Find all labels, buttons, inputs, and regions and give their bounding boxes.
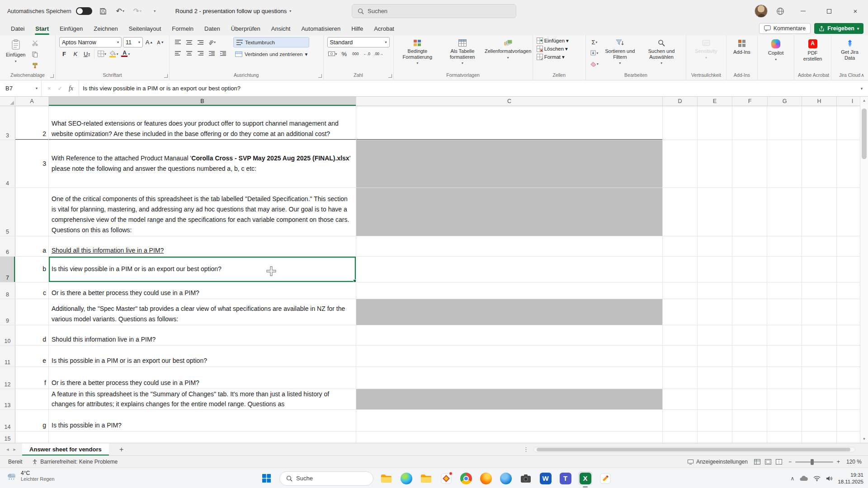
start-button[interactable]	[259, 471, 274, 485]
formula-bar-expand-icon[interactable]: ▾	[855, 80, 868, 96]
cell-C7[interactable]	[356, 257, 663, 282]
column-header-H[interactable]: H	[802, 97, 837, 106]
camera-app-icon[interactable]	[519, 471, 533, 485]
row-header-11[interactable]: 11	[0, 346, 15, 366]
column-header-F[interactable]: F	[732, 97, 768, 106]
cells-D7-I7[interactable]	[663, 257, 868, 282]
menu-tab-ueberpruefen[interactable]: Überprüfen	[226, 23, 265, 35]
cell-A5[interactable]	[15, 188, 49, 236]
fill-handle[interactable]	[353, 279, 356, 282]
menu-tab-daten[interactable]: Daten	[200, 23, 225, 35]
display-settings-button[interactable]: Anzeigeeinstellungen	[688, 459, 748, 465]
bold-button[interactable]: F	[59, 49, 69, 59]
align-left-icon[interactable]	[173, 48, 183, 58]
menu-tab-hilfe[interactable]: Hilfe	[347, 23, 368, 35]
increase-font-icon[interactable]: A▲	[144, 38, 154, 47]
cell-C14[interactable]	[356, 410, 663, 431]
cancel-icon[interactable]: ×	[44, 84, 54, 94]
format-as-table-button[interactable]: Als Tabelle formatieren ▾	[442, 37, 482, 66]
cell-A6[interactable]: a	[15, 236, 49, 256]
find-select-button[interactable]: Suchen und Auswählen ▾	[641, 37, 682, 66]
minimize-button[interactable]	[793, 2, 813, 20]
wrap-text-button[interactable]: Textumbruch	[233, 37, 309, 47]
browser-icon[interactable]	[499, 471, 513, 485]
taskbar-clock[interactable]: 19:31 18.11.2025	[838, 472, 863, 485]
autosum-button[interactable]: Σ▾	[590, 37, 599, 47]
firefox-icon[interactable]	[479, 471, 493, 485]
select-all-corner[interactable]	[0, 97, 15, 106]
cell-B10[interactable]: Should this information live in a PIM?	[49, 325, 356, 345]
row-header-12[interactable]: 12	[0, 367, 15, 389]
sheet-nav-left-icon[interactable]: ◂	[6, 446, 9, 452]
cell-C15[interactable]	[356, 432, 663, 443]
avatar[interactable]	[755, 5, 768, 18]
scroll-down-icon[interactable]: ▼	[860, 435, 868, 443]
row-header-10[interactable]: 10	[0, 325, 15, 345]
dialog-launcher-icon[interactable]	[164, 74, 168, 78]
create-pdf-button[interactable]: A PDF erstellen	[798, 37, 827, 62]
cell-B8[interactable]: Or is there a better process they could …	[49, 282, 356, 299]
cell-A10[interactable]: d	[15, 325, 49, 345]
get-jira-data-button[interactable]: Get Jira Data	[835, 37, 864, 61]
cell-B9[interactable]: Additionally, the "Spec Master" tab prov…	[49, 299, 356, 325]
italic-button[interactable]: K	[71, 49, 80, 59]
vertical-scrollbar-thumb[interactable]	[862, 108, 867, 159]
cell-C9[interactable]	[356, 299, 663, 325]
menu-tab-automatisieren[interactable]: Automatisieren	[297, 23, 345, 35]
increase-indent-icon[interactable]	[218, 48, 228, 58]
delete-cells-button[interactable]: Löschen▾	[537, 46, 569, 52]
mail-app-icon[interactable]	[439, 471, 453, 485]
document-title[interactable]: Round 2 - presentation follow up questio…	[172, 6, 295, 16]
sheet-tab-active[interactable]: Answer sheet for vendors	[22, 443, 109, 456]
row-header-3[interactable]: 3	[0, 106, 15, 140]
font-color-button[interactable]: A ▾	[120, 49, 131, 59]
column-header-A[interactable]: A	[15, 97, 49, 106]
decrease-indent-icon[interactable]	[207, 48, 217, 58]
cell-styles-button[interactable]: Zellenformatvorlagen ▾	[487, 37, 529, 61]
borders-button[interactable]: ▾	[97, 49, 107, 59]
sensitivity-button[interactable]: Sensitivity ▾	[693, 37, 720, 61]
font-name-select[interactable]: Aptos Narrow▾	[59, 37, 122, 47]
cell-B12[interactable]: Or is there a better process they could …	[49, 367, 356, 389]
cells-D4-I4[interactable]	[663, 140, 868, 188]
row-header-7[interactable]: 7	[0, 257, 15, 282]
cell-A3[interactable]: 2	[15, 106, 49, 140]
font-size-select[interactable]: 11▾	[123, 37, 143, 47]
decrease-decimal-button[interactable]: .00→	[373, 49, 384, 59]
row-header-13[interactable]: 13	[0, 389, 15, 409]
cell-C12[interactable]	[356, 367, 663, 389]
dialog-launcher-icon[interactable]	[318, 74, 322, 78]
cells-D10-I10[interactable]	[663, 325, 868, 345]
taskbar-search[interactable]: Suche	[279, 471, 373, 486]
cell-A14[interactable]: g	[15, 410, 49, 431]
cells-D13-I13[interactable]	[663, 389, 868, 409]
merge-center-button[interactable]: Verbinden und zentrieren ▾	[233, 49, 309, 59]
teams-icon[interactable]: T	[558, 471, 572, 485]
menu-tab-start[interactable]: Start	[31, 23, 53, 35]
word-icon[interactable]: W	[538, 471, 552, 485]
chrome-icon[interactable]	[459, 471, 473, 485]
dialog-launcher-icon[interactable]	[388, 74, 392, 78]
format-painter-button[interactable]	[30, 61, 40, 70]
menu-tab-ansicht[interactable]: Ansicht	[267, 23, 295, 35]
cell-C5[interactable]	[356, 188, 663, 236]
add-ins-button[interactable]: Add-Ins	[731, 37, 753, 56]
menu-tab-datei[interactable]: Datei	[6, 23, 29, 35]
normal-view-icon[interactable]	[754, 459, 760, 465]
sheet-options-icon[interactable]: ⋮	[523, 446, 533, 453]
column-header-D[interactable]: D	[663, 97, 698, 106]
menu-tab-formeln[interactable]: Formeln	[167, 23, 198, 35]
cell-A13[interactable]	[15, 389, 49, 409]
vertical-scrollbar[interactable]: ▲ ▼	[860, 97, 868, 443]
weather-widget[interactable]: 4°C Leichter Regen	[6, 470, 55, 483]
file-explorer-icon[interactable]	[379, 471, 393, 485]
row-header-4[interactable]: 4	[0, 140, 15, 188]
cell-C4[interactable]	[356, 140, 663, 188]
zoom-slider-thumb[interactable]	[811, 459, 814, 465]
align-middle-icon[interactable]	[184, 37, 194, 47]
insert-function-icon[interactable]: fx	[66, 84, 76, 94]
column-header-B[interactable]: B	[49, 97, 356, 106]
formula-input[interactable]: Is this view possible in a PIM or is an …	[79, 80, 855, 96]
cell-B6[interactable]: Should all this information live in a PI…	[49, 236, 356, 256]
page-layout-view-icon[interactable]	[765, 459, 771, 465]
